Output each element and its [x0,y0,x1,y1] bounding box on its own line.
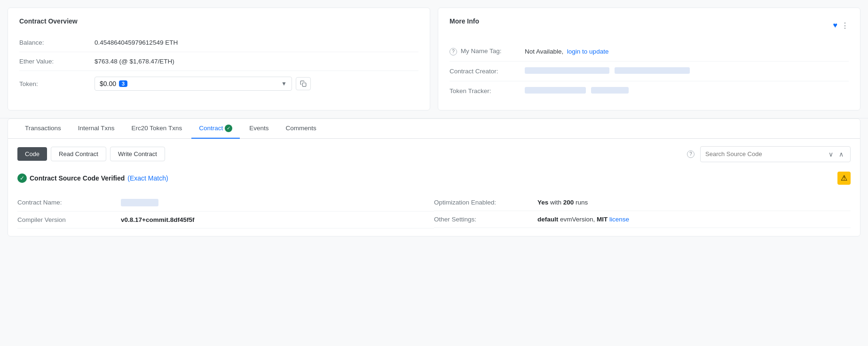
ether-value-row: Ether Value: $763.48 (@ $1,678.47/ETH) [19,52,418,71]
contract-name-blurred [121,199,158,206]
search-source-input[interactable] [705,150,827,157]
contract-details-grid: Contract Name: Compiler Version v0.8.17+… [17,194,851,228]
name-tag-label: ? My Name Tag: [450,47,525,55]
token-select-dropdown[interactable]: $0.00 3 ▼ [95,77,292,91]
exact-match-text: (Exact Match) [127,174,168,182]
write-contract-button[interactable]: Write Contract [110,147,165,161]
tab-transactions[interactable]: Transactions [17,119,69,138]
token-tracker-value [525,87,629,95]
contract-overview-title: Contract Overview [19,17,418,25]
contract-overview-panel: Contract Overview Balance: 0.45486404597… [8,8,430,110]
contract-name-label: Contract Name: [17,199,121,206]
contract-content: Code Read Contract Write Contract ? ∨ ∧ [8,139,860,236]
tabs-section: Transactions Internal Txns Erc20 Token T… [8,118,860,236]
tab-comments[interactable]: Comments [278,119,324,138]
other-settings-row: Other Settings: default evmVersion, MIT … [434,211,851,228]
optimization-row: Optimization Enabled: Yes with 200 runs [434,194,851,211]
contract-name-row: Contract Name: [17,194,434,212]
optimization-value: Yes with 200 runs [537,199,588,206]
token-label: Token: [19,80,95,87]
token-row: Token: $0.00 3 ▼ [19,71,418,96]
contract-verified-icon: ✓ [225,125,232,132]
more-options-icon[interactable]: ⋮ [841,21,849,30]
verified-text: Contract Source Code Verified [30,174,125,182]
token-tracker-blurred-2 [591,87,629,94]
toolbar-right: ? ∨ ∧ [687,146,851,162]
name-tag-value: Not Available, login to update [525,48,608,55]
token-tracker-blurred-1 [525,87,586,94]
other-settings-label: Other Settings: [434,216,537,223]
login-to-update-link[interactable]: login to update [567,48,609,55]
verified-banner: ✓ Contract Source Code Verified (Exact M… [17,172,851,185]
contract-creator-label: Contract Creator: [450,68,525,75]
balance-value: 0.454864045979612549 ETH [95,39,178,46]
name-tag-help-icon[interactable]: ? [450,48,457,55]
contract-creator-blurred-1 [525,67,609,74]
more-info-actions: ♥ ⋮ [833,21,849,30]
token-chevron-icon: ▼ [281,80,287,87]
compiler-version-row: Compiler Version v0.8.17+commit.8df45f5f [17,212,434,228]
balance-row: Balance: 0.454864045979612549 ETH [19,33,418,52]
contract-creator-row: Contract Creator: [450,62,849,81]
toolbar-left: Code Read Contract Write Contract [17,147,165,161]
token-copy-button[interactable] [296,77,311,90]
contract-creator-blurred-2 [615,67,690,74]
code-button[interactable]: Code [17,147,47,161]
details-left-column: Contract Name: Compiler Version v0.8.17+… [17,194,434,228]
token-value-text: $0.00 [100,80,116,87]
main-container: Contract Overview Balance: 0.45486404597… [0,0,868,346]
search-expand-down-button[interactable]: ∨ [827,149,835,159]
search-help-icon[interactable]: ? [687,150,694,158]
contract-toolbar: Code Read Contract Write Contract ? ∨ ∧ [17,146,851,162]
name-tag-row: ? My Name Tag: Not Available, login to u… [450,42,849,62]
compiler-version-value: v0.8.17+commit.8df45f5f [121,216,194,223]
verified-check-icon: ✓ [17,173,27,183]
search-expand-up-button[interactable]: ∧ [837,149,845,159]
token-count-badge: 3 [119,80,127,87]
tab-contract[interactable]: Contract ✓ [191,119,240,139]
read-contract-button[interactable]: Read Contract [51,147,106,161]
more-info-panel: More Info ♥ ⋮ ? My Name Tag: Not Availab… [438,8,860,110]
search-source-container: ∨ ∧ [700,146,851,162]
more-info-header: More Info ♥ ⋮ [450,17,849,33]
verified-left: ✓ Contract Source Code Verified (Exact M… [17,173,168,183]
token-tracker-row: Token Tracker: [450,81,849,101]
more-info-title: More Info [450,17,479,25]
heart-icon[interactable]: ♥ [833,21,838,30]
tab-erc20-token-txns[interactable]: Erc20 Token Txns [124,119,190,138]
search-chevrons: ∨ ∧ [827,149,845,159]
warning-icon: ⚠ [837,172,851,185]
svg-rect-0 [302,83,306,86]
balance-label: Balance: [19,39,95,46]
contract-name-value [121,199,158,206]
tab-events[interactable]: Events [242,119,276,138]
tabs-nav: Transactions Internal Txns Erc20 Token T… [8,119,860,139]
other-settings-value: default evmVersion, MIT license [537,216,629,223]
ether-value-value: $763.48 (@ $1,678.47/ETH) [95,58,174,65]
compiler-version-label: Compiler Version [17,216,121,223]
details-right-column: Optimization Enabled: Yes with 200 runs … [434,194,851,228]
optimization-label: Optimization Enabled: [434,199,537,206]
token-tracker-label: Token Tracker: [450,87,525,94]
ether-value-label: Ether Value: [19,58,95,65]
mit-license-link[interactable]: license [609,216,629,223]
token-dropdown-container: $0.00 3 ▼ [95,77,311,91]
contract-creator-value [525,67,690,75]
tab-internal-txns[interactable]: Internal Txns [71,119,122,138]
top-section: Contract Overview Balance: 0.45486404597… [0,0,868,118]
